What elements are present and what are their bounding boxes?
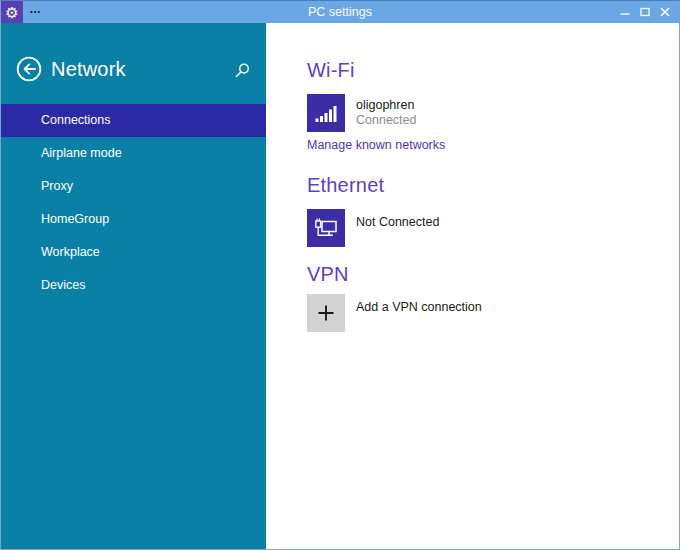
- sidebar-item-airplane-mode[interactable]: Airplane mode: [1, 137, 266, 170]
- wifi-signal-icon: [315, 104, 337, 122]
- wifi-network-name: oligophren: [356, 98, 416, 113]
- back-arrow-icon: [16, 56, 42, 82]
- sidebar-item-connections[interactable]: Connections: [1, 104, 266, 137]
- sidebar-header: Network: [1, 23, 266, 82]
- close-icon: [660, 7, 670, 17]
- maximize-button[interactable]: [635, 1, 655, 23]
- maximize-icon: [640, 7, 650, 17]
- sidebar-item-workplace[interactable]: Workplace: [1, 236, 266, 269]
- ethernet-section: Ethernet Not Connected: [307, 173, 659, 247]
- ethernet-status: Not Connected: [356, 209, 439, 230]
- add-vpn-tile: [307, 294, 345, 332]
- wifi-tile: [307, 94, 345, 132]
- pc-settings-window: ⚙ ••• PC settings Network: [0, 0, 680, 550]
- page-title: Network: [51, 58, 235, 81]
- back-button[interactable]: [16, 56, 42, 82]
- titlebar: ⚙ ••• PC settings: [1, 1, 679, 23]
- wifi-section: Wi-Fi oligophren Connected Manage kno: [307, 58, 659, 153]
- app-menu-dots[interactable]: •••: [30, 1, 41, 23]
- ethernet-tile: [307, 209, 345, 247]
- minimize-icon: [620, 7, 630, 17]
- sidebar-item-homegroup[interactable]: HomeGroup: [1, 203, 266, 236]
- sidebar-item-devices[interactable]: Devices: [1, 269, 266, 302]
- add-vpn-label: Add a VPN connection: [356, 294, 482, 315]
- vpn-section: VPN Add a VPN connection: [307, 262, 659, 332]
- wifi-status: Connected: [356, 113, 416, 128]
- ethernet-item[interactable]: Not Connected: [307, 209, 659, 247]
- settings-sidebar: Network Connections Airplane mode Proxy …: [1, 23, 266, 549]
- window-title: PC settings: [1, 5, 679, 19]
- ethernet-section-title: Ethernet: [307, 173, 659, 197]
- sidebar-nav: Connections Airplane mode Proxy HomeGrou…: [1, 104, 266, 302]
- add-vpn-button[interactable]: Add a VPN connection: [307, 294, 659, 332]
- content-pane: Wi-Fi oligophren Connected Manage kno: [267, 23, 679, 549]
- search-button[interactable]: [235, 63, 250, 78]
- wifi-section-title: Wi-Fi: [307, 58, 659, 82]
- vpn-section-title: VPN: [307, 262, 659, 286]
- gear-icon: ⚙: [5, 5, 18, 20]
- wifi-network-item[interactable]: oligophren Connected: [307, 94, 659, 132]
- app-menu-button[interactable]: ⚙: [1, 1, 23, 23]
- ethernet-icon: [314, 217, 338, 239]
- close-button[interactable]: [655, 1, 675, 23]
- wifi-network-info: oligophren Connected: [356, 94, 416, 128]
- sidebar-item-proxy[interactable]: Proxy: [1, 170, 266, 203]
- window-controls: [615, 1, 675, 23]
- plus-icon: [317, 304, 335, 322]
- minimize-button[interactable]: [615, 1, 635, 23]
- manage-known-networks-link[interactable]: Manage known networks: [307, 137, 445, 153]
- search-icon: [235, 63, 250, 78]
